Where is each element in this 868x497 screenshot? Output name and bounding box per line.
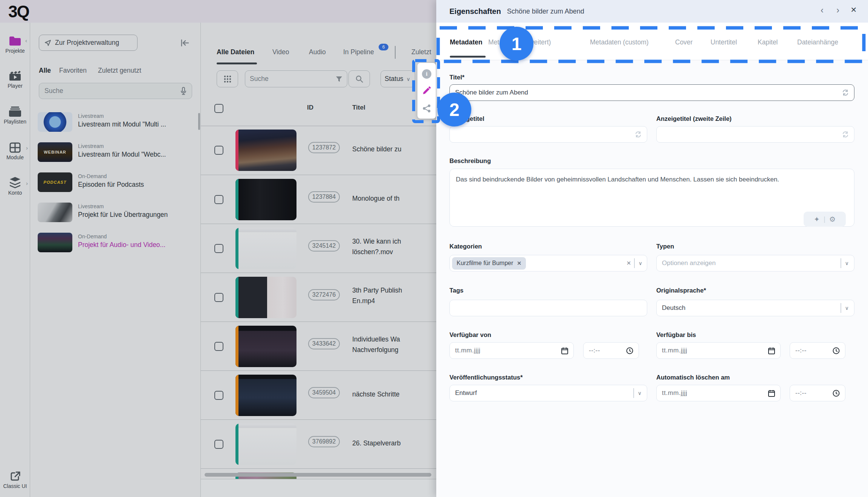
clock-icon[interactable]	[833, 347, 840, 354]
project-tab-zuletzt-genutzt[interactable]: Zuletzt genutzt	[98, 67, 141, 75]
autoloeschen-date-input[interactable]: tt.mm.jjjj	[656, 385, 781, 401]
chevron-left-icon[interactable]: ‹	[25, 37, 27, 44]
sidebar-item-konto[interactable]: › Konto	[0, 177, 30, 196]
edit-pencil-icon[interactable]	[422, 86, 431, 95]
playlist-icon	[9, 107, 21, 117]
verfuegbar-bis-time-input[interactable]: --:--	[790, 342, 845, 359]
next-asset-button[interactable]: ›	[832, 5, 844, 15]
chevron-right-icon[interactable]: ›	[26, 145, 28, 151]
file-tab-zuletzt[interactable]: Zuletzt	[411, 48, 431, 56]
view-toggle-button[interactable]	[217, 70, 238, 87]
close-icon[interactable]: ✕	[848, 5, 860, 14]
tab-metadaten[interactable]: Metadaten	[450, 38, 483, 46]
chevron-down-icon[interactable]: ∨	[639, 260, 642, 266]
manage-projects-button[interactable]: Zur Projektverwaltung	[39, 35, 138, 51]
tab-dateianhaenge[interactable]: Dateianhänge	[797, 38, 838, 46]
project-list-item[interactable]: Livestream Projekt für Live Übertragunge…	[38, 203, 196, 227]
sidebar-item-module[interactable]: › Module	[0, 142, 30, 160]
status-stripe	[235, 277, 238, 318]
project-search-input[interactable]: Suche	[39, 83, 192, 99]
sidebar-item-playlisten[interactable]: Playlisten	[0, 107, 30, 125]
scrollbar-thumb[interactable]	[198, 113, 200, 130]
file-tab-in-pipeline[interactable]: In Pipeline	[343, 48, 374, 56]
row-checkbox[interactable]	[214, 391, 223, 400]
horizontal-scrollbar-thumb[interactable]	[205, 473, 431, 477]
file-search-input[interactable]: Suche	[245, 70, 347, 87]
clear-selection-icon[interactable]: ✕	[627, 260, 631, 267]
verfuegbar-bis-date-input[interactable]: tt.mm.jjjj	[656, 342, 781, 359]
titel-input[interactable]: Schöne bilder zum Abend	[449, 84, 854, 101]
chevron-down-icon[interactable]: ∨	[845, 260, 849, 266]
table-row[interactable]: 3245142 30. Wie kann ich löschen?.mov	[201, 224, 436, 273]
row-checkbox[interactable]	[214, 244, 223, 253]
project-thumbnail	[38, 233, 72, 252]
collapse-panel-icon[interactable]	[180, 39, 189, 47]
project-list-item-selected[interactable]: On-Demand Projekt für Audio- und Video..…	[38, 233, 196, 258]
clock-icon[interactable]	[833, 390, 840, 397]
calendar-icon[interactable]	[768, 390, 775, 397]
autoloeschen-time-input[interactable]: --:--	[790, 385, 845, 401]
sidebar-item-player[interactable]: Player	[0, 71, 30, 89]
search-button[interactable]	[348, 70, 370, 87]
status-dropdown[interactable]: Status ∨	[381, 70, 415, 87]
sparkles-icon[interactable]: ✦	[814, 215, 820, 224]
gear-icon[interactable]: ⚙	[829, 215, 836, 224]
description-ai-actions[interactable]: ✦ | ⚙	[804, 212, 846, 227]
beschreibung-textarea[interactable]: Das sind beindruckende Bilder von geheim…	[449, 169, 854, 227]
table-row[interactable]: 3272476 3th Party Publish En.mp4	[201, 273, 436, 322]
file-id-badge: 1237872	[308, 142, 340, 153]
chevron-right-icon[interactable]: ›	[26, 180, 28, 186]
file-tab-alle-dateien[interactable]: Alle Dateien	[217, 48, 254, 56]
table-row[interactable]: 3769892 26. Stapelverarb	[201, 419, 436, 468]
row-checkbox[interactable]	[214, 440, 223, 449]
anzeigetitel2-input[interactable]	[656, 126, 854, 143]
table-row[interactable]: 1237884 Monologue of th	[201, 175, 436, 224]
verfuegbar-von-date-input[interactable]: tt.mm.jjjj	[449, 342, 574, 359]
calendar-icon[interactable]	[561, 347, 568, 354]
tab-metadaten-custom[interactable]: Metadaten (custom)	[590, 38, 649, 46]
table-row[interactable]: 3459504 nächste Schritte	[201, 370, 436, 419]
sidebar-item-projekte[interactable]: ‹ Projekte	[0, 36, 30, 54]
tab-untertitel[interactable]: Untertitel	[711, 38, 737, 46]
table-row[interactable]: 3433642 Individuelles Wa Nachverfolgung	[201, 322, 436, 370]
chevron-down-icon[interactable]: ∨	[638, 390, 642, 396]
remove-chip-icon[interactable]: ✕	[517, 260, 521, 266]
row-checkbox[interactable]	[214, 293, 223, 302]
kategorie-chip[interactable]: Kurzfilme für Bumper ✕	[452, 257, 526, 270]
sidebar-item-classic-ui[interactable]: Classic UI	[0, 471, 30, 489]
filter-funnel-icon[interactable]	[336, 76, 342, 82]
tab-kapitel[interactable]: Kapitel	[758, 38, 778, 46]
tags-input[interactable]	[449, 300, 647, 316]
row-checkbox[interactable]	[214, 195, 223, 204]
file-tab-video[interactable]: Video	[272, 48, 289, 56]
select-all-checkbox[interactable]	[214, 104, 223, 113]
anzeigetitel-input[interactable]	[449, 126, 647, 143]
chevron-down-icon[interactable]: ∨	[845, 305, 849, 311]
table-row[interactable]: 1237872 Schöne bilder zu	[201, 126, 436, 175]
veroeffentlichungsstatus-select[interactable]: Entwurf ∨	[449, 385, 647, 401]
project-list-item[interactable]: WEBINAR Livestream Livestream für Modul …	[38, 142, 196, 167]
share-icon[interactable]	[423, 104, 431, 113]
column-header-id[interactable]: ID	[307, 104, 313, 111]
verfuegbar-von-time-input[interactable]: --:--	[583, 342, 639, 359]
typen-select[interactable]: Optionen anzeigen ∨	[656, 255, 854, 271]
file-tab-audio[interactable]: Audio	[309, 48, 326, 56]
prev-asset-button[interactable]: ‹	[816, 5, 828, 15]
kategorien-multiselect[interactable]: Kurzfilme für Bumper ✕ ✕ ∨	[449, 255, 647, 271]
project-list-item[interactable]: PODCAST On-Demand Episoden für Podcasts	[38, 172, 196, 197]
translate-icon[interactable]	[635, 131, 642, 138]
project-list-item[interactable]: Livestream Livestream mit Modul "Multi .…	[38, 112, 196, 137]
column-header-titel[interactable]: Titel	[352, 104, 365, 111]
project-tab-alle[interactable]: Alle	[39, 67, 51, 75]
row-checkbox[interactable]	[214, 342, 223, 351]
calendar-icon[interactable]	[768, 347, 775, 354]
info-icon[interactable]: i	[422, 69, 431, 79]
project-tab-favoriten[interactable]: Favoriten	[59, 67, 87, 75]
microphone-icon[interactable]	[180, 87, 186, 95]
originalsprache-select[interactable]: Deutsch ∨	[656, 300, 854, 316]
translate-icon[interactable]	[842, 89, 849, 96]
row-checkbox[interactable]	[214, 146, 223, 155]
tab-cover[interactable]: Cover	[675, 38, 693, 46]
clock-icon[interactable]	[626, 347, 633, 354]
translate-icon[interactable]	[842, 131, 849, 138]
